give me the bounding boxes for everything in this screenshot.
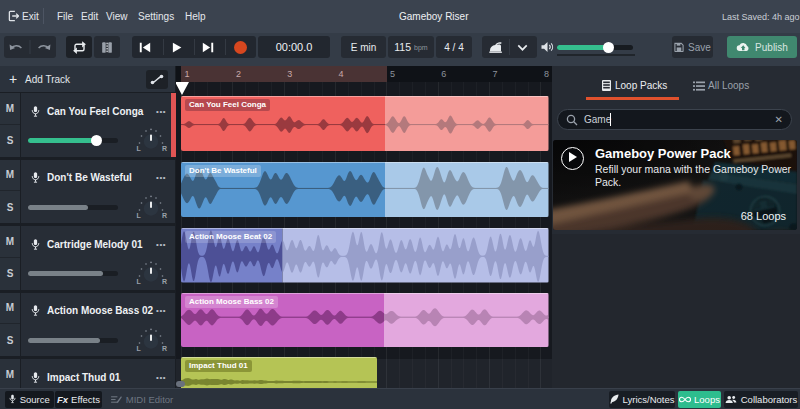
svg-text:R: R [162, 345, 167, 352]
svg-text:L: L [137, 145, 142, 152]
svg-text:R: R [162, 145, 167, 152]
svg-text:R: R [162, 212, 167, 219]
svg-text:R: R [162, 278, 167, 285]
svg-text:L: L [137, 212, 142, 219]
svg-text:L: L [137, 345, 142, 352]
svg-text:L: L [137, 278, 142, 285]
